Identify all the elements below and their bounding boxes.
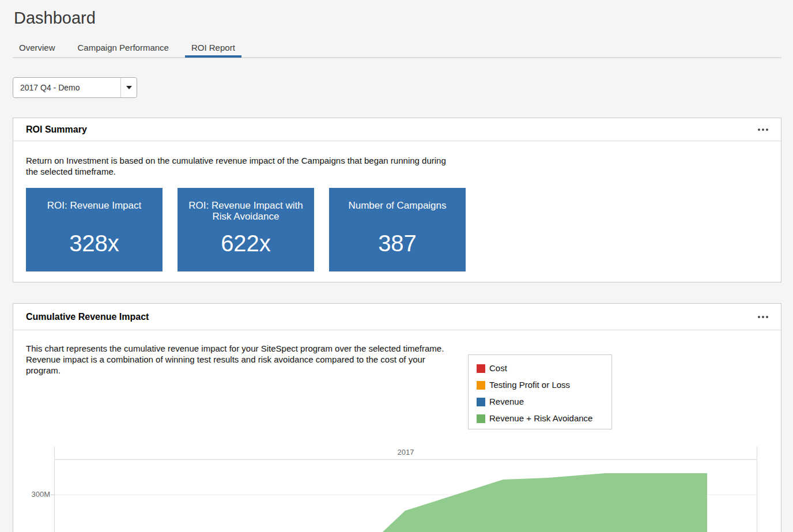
roi-tile-value: 387 (337, 231, 458, 256)
timeframe-select[interactable]: 2017 Q4 - Demo (13, 77, 137, 98)
tab-bar: Overview Campaign Performance ROI Report (13, 40, 781, 58)
cumulative-revenue-description: This chart represents the cumulative rev… (26, 343, 455, 376)
cost-swatch-icon (477, 364, 485, 373)
roi-tile: Number of Campaigns 387 (329, 188, 466, 271)
revenue-risk-avoidance-swatch-icon (477, 414, 485, 423)
roi-tile-label: ROI: Revenue Impact (34, 200, 154, 231)
page-title: Dashboard (14, 7, 793, 28)
tab-campaign-performance[interactable]: Campaign Performance (71, 40, 175, 57)
legend-item-testing-profit-or-loss[interactable]: Testing Profit or Loss (477, 379, 603, 391)
cumulative-revenue-menu-button[interactable] (757, 312, 769, 322)
roi-summary-body: Return on Investment is based on the cum… (13, 141, 781, 282)
chevron-down-icon (126, 86, 132, 89)
x-axis-year-label: 2017 (54, 448, 757, 456)
roi-tile-label: Number of Campaigns (337, 200, 458, 231)
roi-summary-header: ROI Summary (13, 118, 781, 141)
roi-summary-description: Return on Investment is based on the cum… (26, 155, 455, 177)
roi-tile-value: 622x (186, 231, 306, 256)
cumulative-revenue-body: This chart represents the cumulative rev… (13, 343, 781, 532)
roi-tile-label: ROI: Revenue Impact with Risk Avoidance (186, 200, 306, 231)
cumulative-revenue-chart (54, 459, 757, 532)
chart-legend: Cost Testing Profit or Loss Revenue Reve… (468, 354, 612, 429)
roi-tiles: ROI: Revenue Impact 328x ROI: Revenue Im… (26, 188, 768, 271)
legend-item-revenue-risk-avoidance[interactable]: Revenue + Risk Avoidance (477, 413, 603, 424)
revenue-swatch-icon (477, 398, 485, 406)
roi-tile: ROI: Revenue Impact 328x (26, 188, 163, 271)
cumulative-revenue-card: Cumulative Revenue Impact This chart rep… (13, 303, 781, 532)
roi-summary-card: ROI Summary Return on Investment is base… (13, 118, 781, 282)
roi-summary-menu-button[interactable] (757, 125, 769, 134)
revenue-risk-avoidance-area (301, 473, 707, 532)
ellipsis-icon (758, 316, 760, 318)
roi-tile-value: 328x (34, 231, 154, 256)
testing-profit-swatch-icon (477, 381, 485, 390)
legend-label: Revenue + Risk Avoidance (489, 413, 592, 424)
roi-tile: ROI: Revenue Impact with Risk Avoidance … (178, 188, 314, 271)
y-axis-label-300m: 300M (13, 490, 50, 499)
cumulative-revenue-title: Cumulative Revenue Impact (26, 312, 149, 322)
tab-roi-report[interactable]: ROI Report (185, 40, 241, 57)
cumulative-revenue-header: Cumulative Revenue Impact (13, 304, 781, 330)
timeframe-select-value: 2017 Q4 - Demo (13, 83, 120, 92)
legend-item-cost[interactable]: Cost (477, 363, 603, 374)
legend-label: Testing Profit or Loss (489, 379, 570, 391)
tab-overview[interactable]: Overview (13, 40, 62, 57)
ellipsis-icon (758, 129, 760, 131)
roi-summary-title: ROI Summary (26, 124, 87, 135)
legend-label: Cost (489, 363, 507, 374)
legend-label: Revenue (489, 396, 524, 408)
timeframe-select-button[interactable] (120, 78, 137, 97)
legend-item-revenue[interactable]: Revenue (477, 396, 603, 408)
